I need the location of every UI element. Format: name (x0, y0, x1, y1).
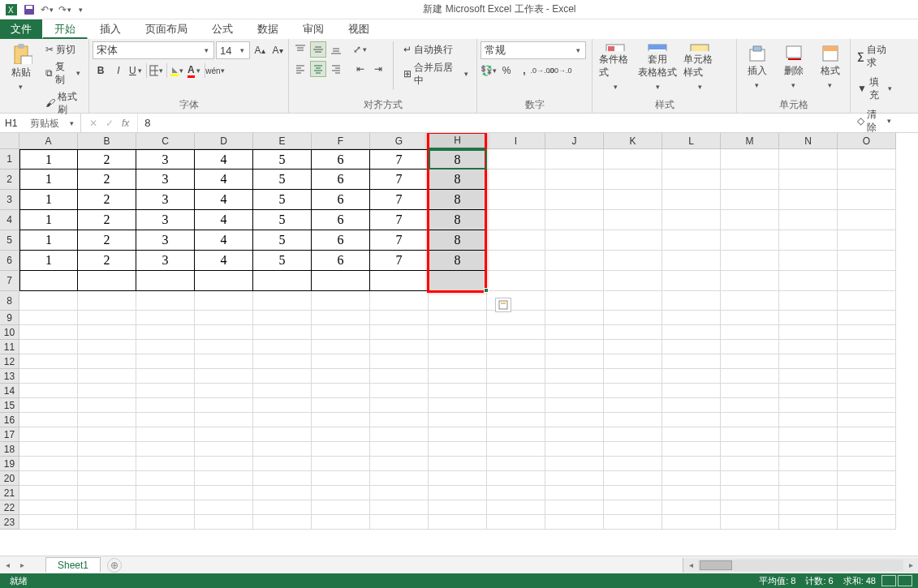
cell[interactable] (838, 457, 896, 471)
cell[interactable] (136, 515, 195, 530)
cell[interactable] (662, 515, 721, 530)
column-header[interactable]: E (253, 133, 312, 149)
cell[interactable] (662, 210, 721, 230)
increase-font-icon[interactable]: A▴ (252, 42, 268, 58)
cell[interactable] (136, 291, 195, 311)
cell[interactable] (662, 251, 721, 271)
cell[interactable] (78, 486, 136, 500)
cell[interactable]: 5 (253, 170, 312, 190)
cell[interactable] (78, 442, 136, 457)
row-header[interactable]: 5 (0, 230, 19, 251)
enter-icon[interactable]: ✓ (106, 118, 114, 129)
row-header[interactable]: 8 (0, 291, 19, 311)
cell[interactable] (838, 291, 896, 311)
cell[interactable] (779, 369, 838, 384)
cell[interactable] (779, 457, 838, 471)
cell[interactable] (195, 442, 253, 457)
cell[interactable] (779, 210, 838, 230)
cell[interactable] (487, 515, 545, 530)
cell[interactable] (604, 515, 662, 530)
row-header[interactable]: 21 (0, 486, 19, 500)
cell[interactable] (662, 230, 721, 251)
cell[interactable] (487, 369, 545, 384)
cell[interactable] (78, 325, 136, 340)
cell[interactable]: 1 (19, 170, 78, 190)
cell[interactable]: 3 (136, 230, 195, 251)
cell[interactable]: 7 (370, 251, 429, 271)
cell[interactable] (838, 230, 896, 251)
cell[interactable] (429, 457, 487, 471)
tab-page-layout[interactable]: 页面布局 (133, 19, 200, 39)
cell[interactable] (312, 354, 370, 369)
cell[interactable] (545, 340, 604, 354)
file-tab[interactable]: 文件 (0, 19, 42, 39)
decrease-decimal-icon[interactable]: .00→.0 (552, 62, 568, 79)
decrease-font-icon[interactable]: A▾ (269, 42, 286, 58)
cell[interactable]: 2 (78, 170, 136, 190)
row-header[interactable]: 15 (0, 398, 19, 413)
cell[interactable] (195, 398, 253, 413)
cell[interactable] (136, 340, 195, 354)
column-header[interactable]: H (429, 133, 487, 149)
column-header[interactable]: K (604, 133, 662, 149)
view-layout-icon[interactable] (898, 575, 912, 586)
cell[interactable]: 7 (370, 190, 429, 210)
cell[interactable] (253, 398, 312, 413)
row-header[interactable]: 14 (0, 384, 19, 398)
cell[interactable] (779, 190, 838, 210)
cell[interactable] (779, 149, 838, 170)
cell[interactable] (721, 471, 779, 486)
cell[interactable] (662, 442, 721, 457)
cell[interactable]: 7 (370, 210, 429, 230)
horizontal-scrollbar[interactable]: ◂ ▸ (683, 558, 918, 573)
cell[interactable] (19, 369, 78, 384)
cell[interactable]: 8 (429, 230, 487, 251)
cell[interactable] (721, 271, 779, 291)
cell[interactable]: 6 (312, 149, 370, 170)
cell[interactable] (136, 384, 195, 398)
cell[interactable]: 1 (19, 230, 78, 251)
cell[interactable] (604, 170, 662, 190)
cell[interactable] (662, 311, 721, 325)
bold-button[interactable]: B (93, 62, 109, 79)
cell[interactable]: 1 (19, 210, 78, 230)
cell[interactable] (662, 325, 721, 340)
cell[interactable] (779, 291, 838, 311)
cell[interactable]: 4 (195, 190, 253, 210)
cell[interactable] (721, 369, 779, 384)
cell[interactable]: 8 (429, 149, 487, 170)
cell[interactable] (253, 354, 312, 369)
cell[interactable] (838, 311, 896, 325)
cell[interactable]: 4 (195, 210, 253, 230)
cell[interactable] (721, 413, 779, 427)
cell[interactable] (604, 210, 662, 230)
column-header[interactable]: L (662, 133, 721, 149)
cell[interactable] (604, 369, 662, 384)
cell[interactable] (779, 170, 838, 190)
cell[interactable] (253, 384, 312, 398)
cell[interactable]: 7 (370, 149, 429, 170)
cell[interactable]: 3 (136, 190, 195, 210)
cell[interactable] (253, 311, 312, 325)
cell[interactable] (838, 325, 896, 340)
row-header[interactable]: 12 (0, 354, 19, 369)
cell[interactable] (487, 230, 545, 251)
cell[interactable] (779, 471, 838, 486)
cell-styles-button[interactable]: 单元格样式▾ (680, 41, 719, 95)
view-normal-icon[interactable] (881, 575, 896, 586)
cell[interactable] (604, 486, 662, 500)
row-header[interactable]: 20 (0, 471, 19, 486)
cell[interactable] (779, 251, 838, 271)
cell[interactable] (721, 170, 779, 190)
cell[interactable] (19, 340, 78, 354)
cell[interactable] (19, 291, 78, 311)
cell[interactable] (487, 413, 545, 427)
cell[interactable] (721, 442, 779, 457)
format-cells-button[interactable]: 格式▾ (813, 41, 847, 95)
cell[interactable] (370, 457, 429, 471)
cell[interactable] (545, 413, 604, 427)
cell[interactable] (429, 325, 487, 340)
cell[interactable]: 4 (195, 149, 253, 170)
align-right-icon[interactable] (328, 61, 344, 77)
cell[interactable] (662, 457, 721, 471)
